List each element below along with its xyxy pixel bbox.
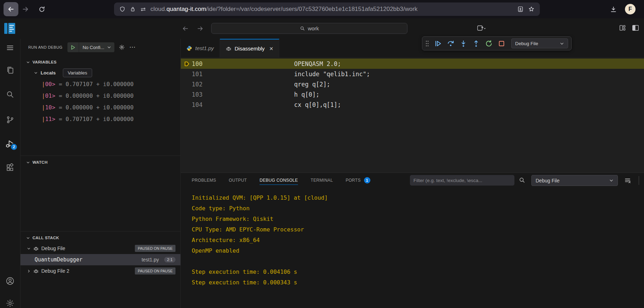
close-tab-icon[interactable]: ✕ [269, 46, 274, 52]
tab-problems[interactable]: PROBLEMS [192, 173, 216, 188]
code-line[interactable]: 102 qreg q[2]; [181, 79, 644, 89]
console-line: Initialized QVM: [QPP 1.0.15] at [cloud] [192, 193, 644, 203]
console-line [192, 256, 644, 267]
code-line[interactable]: 101 include "qelib1.inc"; [181, 69, 644, 79]
vscode-titlebar: work [0, 18, 644, 39]
debug-console-output[interactable]: Initialized QVM: [QPP 1.0.15] at [cloud]… [181, 188, 644, 288]
debug-toolbar: Debug File [422, 36, 572, 50]
step-into-button[interactable] [460, 40, 467, 47]
variables-tooltip: Variables [63, 68, 92, 77]
stack-frame-row-selected[interactable]: QuantumDebugger test1.py 2:1 [20, 254, 180, 265]
tab-terminal[interactable]: TERMINAL [311, 173, 333, 188]
forward-icon [22, 5, 29, 13]
variable-row[interactable]: |10>= 0.000000 + i0.000000 [20, 102, 180, 113]
more-actions-icon[interactable]: ⋯ [129, 46, 136, 49]
chevron-down-icon [26, 60, 30, 64]
command-center-search[interactable]: work [211, 23, 407, 34]
config-dropdown-label[interactable]: No Confi... [79, 45, 107, 50]
history-back-button[interactable] [181, 25, 189, 32]
code-text: include "qelib1.inc"; [208, 71, 370, 78]
url-text[interactable]: cloud.quantag-it.com/ide/?folder=/var/co… [150, 6, 513, 13]
downloads-icon[interactable] [610, 6, 617, 13]
sidebar-title: RUN AND DEBUG [28, 45, 62, 49]
locals-scope-row[interactable]: Locals Variables [20, 67, 180, 78]
history-forward-button[interactable] [196, 25, 204, 32]
launch-config-control[interactable]: No Confi... [67, 42, 114, 52]
ket-value: = 0.000000 + i0.000000 [59, 92, 134, 99]
debug-settings-gear-icon[interactable] [119, 44, 125, 50]
restart-button[interactable] [485, 40, 493, 47]
layout-controls-icon[interactable] [619, 24, 626, 32]
console-session-dropdown[interactable]: Debug File [531, 175, 618, 186]
step-over-button[interactable] [447, 40, 454, 47]
toggle-sidebar-icon[interactable] [631, 24, 640, 32]
step-out-button[interactable] [472, 40, 480, 47]
browser-back-button[interactable] [4, 2, 18, 16]
code-line[interactable]: 104 cx q[0],q[1]; [181, 99, 644, 110]
run-debug-icon[interactable]: 2 [0, 135, 20, 152]
ket-label: |00> [42, 81, 55, 87]
variable-row[interactable]: |01>= 0.000000 + i0.000000 [20, 90, 180, 102]
menu-hamburger-icon[interactable] [0, 40, 20, 56]
account-icon[interactable] [0, 273, 20, 289]
play-icon [70, 45, 76, 50]
debug-session-dropdown[interactable]: Debug File [511, 38, 568, 48]
line-number: 104 [192, 101, 208, 108]
start-debug-button[interactable] [67, 42, 79, 52]
search-sidebar-icon[interactable] [0, 86, 20, 102]
tab-ports[interactable]: PORTS 1 [346, 173, 370, 188]
chevron-down-icon [27, 247, 31, 250]
continue-button[interactable] [434, 40, 442, 47]
code-server-logo-icon[interactable] [4, 23, 15, 34]
clear-console-icon[interactable] [624, 177, 631, 184]
browser-toolbar: cloud.quantag-it.com/ide/?folder=/var/co… [0, 0, 644, 18]
paused-status-badge: PAUSED ON PAUSE [135, 245, 175, 252]
call-stack-session-row[interactable]: Debug File 2 PAUSED ON PAUSE [20, 265, 180, 277]
tab-disassembly[interactable]: Disassembly ✕ [220, 39, 280, 58]
variable-row[interactable]: |00>= 0.707107 + i0.000000 [20, 78, 180, 90]
tab-output[interactable]: OUTPUT [229, 173, 247, 188]
call-stack-header[interactable]: CALL STACK [20, 233, 180, 243]
copilot-menu-icon[interactable] [477, 24, 486, 32]
browser-url-bar[interactable]: cloud.quantag-it.com/ide/?folder=/var/co… [114, 2, 540, 16]
url-host: quantag-it.com [166, 6, 206, 12]
tab-debug-console[interactable]: DEBUG CONSOLE [260, 173, 298, 188]
chevron-down-icon [26, 236, 30, 240]
extensions-icon[interactable] [0, 159, 20, 176]
bug-icon [33, 246, 39, 251]
code-line[interactable]: 103 h q[0]; [181, 89, 644, 99]
browser-forward-button[interactable] [18, 2, 32, 16]
variables-header[interactable]: VARIABLES [20, 57, 180, 67]
command-center-label: work [308, 25, 319, 31]
bug-icon [33, 268, 39, 274]
session-label: Debug File 2 [41, 268, 69, 274]
watch-header[interactable]: WATCH [20, 157, 180, 167]
explorer-icon[interactable] [0, 62, 20, 78]
ket-label: |10> [42, 104, 55, 111]
chevron-down-icon[interactable] [107, 45, 114, 49]
site-permissions-icon[interactable] [140, 6, 147, 13]
browser-reload-button[interactable] [35, 2, 49, 16]
code-text: cx q[0],q[1]; [208, 101, 341, 108]
bookmark-star-icon[interactable] [528, 6, 535, 13]
search-icon [300, 26, 305, 31]
frame-name: QuantumDebugger [35, 256, 82, 263]
session-label: Debug File [41, 246, 65, 251]
call-stack-session-row[interactable]: Debug File PAUSED ON PAUSE [20, 243, 180, 254]
profile-avatar[interactable]: F [625, 4, 636, 14]
filter-search-icon[interactable] [519, 177, 525, 183]
variable-row[interactable]: |11>= 0.707107 + i0.000000 [20, 113, 180, 125]
tab-test1-py[interactable]: test1.py [181, 39, 220, 58]
code-text: qreg q[2]; [208, 81, 330, 88]
source-control-icon[interactable] [0, 111, 20, 128]
shield-icon[interactable] [119, 6, 126, 13]
code-line-current[interactable]: 100 OPENQASM 2.0; [181, 59, 644, 69]
call-stack-section: CALL STACK Debug File PAUSED ON PAUSE Qu… [20, 231, 180, 308]
save-page-icon[interactable] [517, 6, 524, 13]
stop-button[interactable] [498, 40, 505, 47]
lock-icon[interactable] [130, 6, 136, 12]
drag-grip-icon[interactable] [425, 40, 429, 47]
ket-value: = 0.000000 + i0.000000 [59, 104, 134, 111]
console-filter-input[interactable] [410, 175, 514, 186]
settings-gear-icon[interactable] [0, 295, 20, 308]
